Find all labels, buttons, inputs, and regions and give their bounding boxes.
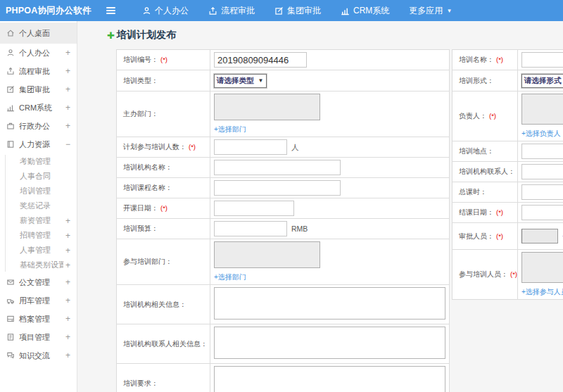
sidebar-item-process-approval[interactable]: 流程审批 + (0, 62, 77, 80)
institution-contact-info-textarea[interactable] (214, 327, 445, 359)
topnav-crm-system[interactable]: CRM系统 (331, 0, 399, 21)
training-name-input[interactable] (521, 52, 563, 68)
expand-icon[interactable]: + (63, 48, 70, 58)
collapse-icon[interactable]: − (63, 139, 70, 149)
training-number-input[interactable] (214, 52, 307, 68)
expand-icon[interactable]: + (63, 103, 70, 113)
expand-icon[interactable]: + (63, 314, 70, 324)
table-row: 培训编号：(*) (117, 50, 450, 70)
sidebar-item-document-management[interactable]: 公文管理 + (0, 273, 77, 291)
sidebar-subitem-label: 基础类别设置 (20, 260, 63, 270)
table-row: 负责人：(*) +选择负责人 (453, 91, 563, 141)
sidebar-item-label: 公文管理 (19, 277, 63, 288)
user-icon (6, 49, 19, 57)
sidebar-subitem-label: 考勤管理 (20, 156, 63, 167)
sidebar-item-admin-office[interactable]: 行政办公 + (0, 117, 77, 135)
table-row: 培训要求： (117, 364, 450, 392)
topnav-label: 流程审批 (221, 5, 255, 17)
hr-book-icon (6, 140, 19, 148)
sidebar-item-human-resources[interactable]: 人力资源 − (0, 135, 77, 153)
institution-name-input[interactable] (214, 160, 341, 175)
select-department-link[interactable]: +选择部门 (214, 273, 246, 281)
training-participants-textarea[interactable] (521, 252, 563, 283)
expand-icon[interactable]: + (63, 66, 70, 76)
sidebar-item-project-management[interactable]: 项目管理 + (0, 328, 77, 346)
expand-icon[interactable]: + (63, 231, 70, 241)
sidebar-item-knowledge-exchange[interactable]: 知识交流 + (0, 346, 77, 365)
table-row: 结课日期：(*) (453, 203, 563, 223)
sidebar-item-personal-office[interactable]: 个人办公 + (0, 44, 77, 62)
sidebar-subitem-reward-punishment[interactable]: 奖惩记录 (0, 198, 77, 213)
budget-input[interactable] (214, 221, 287, 236)
select-person-in-charge-link[interactable]: +选择负责人 (521, 129, 561, 137)
training-requirements-textarea[interactable] (214, 366, 445, 392)
sidebar-item-crm-system[interactable]: CRM系统 + (0, 99, 77, 117)
start-date-input[interactable] (214, 201, 294, 216)
topbar: PHPOA协同办公软件 个人办公 流程审批 集团审批 CRM系统 更多应用 ▾ (0, 0, 563, 21)
top-navigation: 个人办公 流程审批 集团审批 CRM系统 更多应用 ▾ (132, 0, 461, 21)
sidebar-item-vehicle-management[interactable]: 用车管理 + (0, 291, 77, 310)
expand-icon[interactable]: + (63, 260, 70, 270)
table-row: 培训地点： (453, 141, 563, 162)
training-form-select[interactable]: 请选择形式▼ (521, 74, 563, 88)
institution-info-textarea[interactable] (214, 287, 445, 320)
select-participants-link[interactable]: +选择参与人员 (521, 288, 563, 296)
topnav-group-approval[interactable]: 集团审批 (265, 0, 331, 21)
expand-icon[interactable]: + (63, 296, 70, 305)
sidebar-item-personal-desktop[interactable]: 个人桌面 (0, 23, 77, 44)
host-department-textarea[interactable] (214, 94, 320, 120)
chat-icon (6, 351, 19, 360)
expand-icon[interactable]: + (63, 84, 70, 94)
sidebar-subitem-base-category[interactable]: 基础类别设置 + (0, 258, 77, 272)
person-in-charge-textarea[interactable] (521, 94, 563, 125)
planned-participants-input[interactable] (214, 139, 287, 155)
topnav-process-approval[interactable]: 流程审批 (198, 0, 265, 21)
sidebar-subitem-personnel[interactable]: 人事管理 + (0, 243, 77, 258)
table-row: 总课时： (453, 182, 563, 203)
sidebar-subitem-attendance[interactable]: 考勤管理 (0, 154, 77, 169)
mail-icon (6, 278, 19, 286)
sidebar-subitem-recruitment[interactable]: 招聘管理 + (0, 228, 77, 243)
sidebar-subitem-training-management[interactable]: 培训管理 (0, 184, 77, 198)
select-arrow-icon: ▼ (258, 77, 264, 84)
table-row: 计划参与培训人数：(*) 人 (117, 137, 450, 158)
select-department-link[interactable]: +选择部门 (214, 125, 246, 133)
expand-icon[interactable]: + (63, 246, 70, 255)
approver-input[interactable] (521, 229, 558, 244)
field-label: 培训机构相关信息： (123, 301, 186, 308)
expand-icon[interactable]: + (63, 332, 70, 342)
participating-departments-textarea[interactable] (214, 241, 320, 268)
expand-icon[interactable]: + (63, 277, 70, 287)
sidebar-item-label: CRM系统 (19, 103, 63, 113)
training-type-select[interactable]: 请选择类型▼ (214, 74, 267, 88)
expand-icon[interactable]: + (63, 350, 70, 360)
sidebar-subitem-salary-management[interactable]: 薪资管理 + (0, 213, 77, 228)
training-plan-form: 培训编号：(*) 培训类型： 请选择类型▼ 主办部门： +选择部门 计划参与培训… (116, 49, 563, 392)
required-marker: (*) (489, 112, 496, 120)
expand-icon[interactable]: + (63, 121, 70, 131)
field-label: 总课时： (459, 188, 487, 196)
table-row: 培训课程名称： (117, 178, 450, 198)
sidebar: 个人桌面 个人办公 + 流程审批 + 集团审批 + CRM系统 + 行政办公 + (0, 21, 77, 392)
expand-icon[interactable]: + (63, 216, 70, 226)
sidebar-item-label: 个人办公 (19, 48, 63, 58)
sidebar-item-group-approval[interactable]: 集团审批 + (0, 80, 77, 99)
briefcase-icon (6, 122, 19, 130)
sidebar-subitem-label: 招聘管理 (20, 230, 63, 241)
topnav-personal-office[interactable]: 个人办公 (132, 0, 198, 21)
hamburger-menu-icon[interactable] (99, 7, 122, 14)
required-marker: (*) (189, 143, 196, 151)
table-row: 审批人员：(*) +选择审批人员 (453, 223, 563, 250)
course-name-input[interactable] (214, 180, 341, 196)
institution-contact-input[interactable] (521, 164, 563, 179)
sidebar-item-label: 知识交流 (19, 350, 63, 361)
training-location-input[interactable] (521, 144, 563, 159)
total-hours-input[interactable] (521, 184, 563, 200)
sidebar-subitem-hr-contract[interactable]: 人事合同 (0, 169, 77, 184)
edit-icon (274, 6, 284, 15)
app-logo: PHPOA协同办公软件 (0, 5, 99, 17)
topnav-more-apps[interactable]: 更多应用 ▾ (399, 0, 461, 21)
end-date-input[interactable] (521, 205, 563, 220)
select-value: 请选择形式 (524, 76, 562, 86)
sidebar-item-archive-management[interactable]: 档案管理 + (0, 310, 77, 328)
